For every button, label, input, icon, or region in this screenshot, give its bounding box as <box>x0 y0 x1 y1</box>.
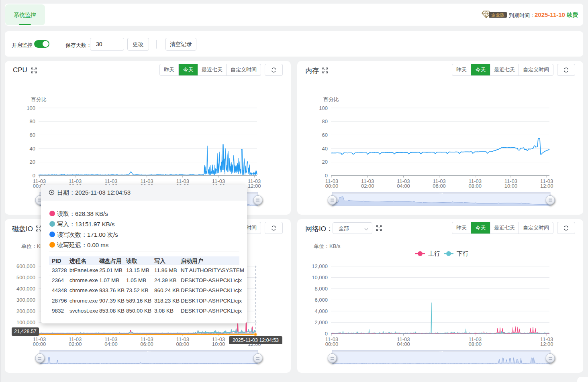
svg-text:00:00: 00:00 <box>33 341 46 347</box>
svg-text:20: 20 <box>30 159 35 165</box>
svg-text:4,000: 4,000 <box>314 308 328 314</box>
svg-text:单位：KB/s: 单位：KB/s <box>314 243 341 249</box>
svg-text:100: 100 <box>27 105 35 111</box>
svg-text:100: 100 <box>319 105 328 111</box>
svg-text:600,000: 600,000 <box>16 263 35 269</box>
svg-text:400,000: 400,000 <box>16 286 35 292</box>
svg-text:12:00: 12:00 <box>540 341 553 347</box>
svg-text:04:00: 04:00 <box>104 341 118 347</box>
svg-text:00:00: 00:00 <box>325 341 339 347</box>
svg-text:10:00: 10:00 <box>504 183 518 189</box>
svg-text:6,000: 6,000 <box>314 297 328 303</box>
svg-text:8,000: 8,000 <box>314 286 328 292</box>
svg-text:12:00: 12:00 <box>248 183 261 189</box>
svg-text:10,000: 10,000 <box>312 274 328 280</box>
svg-text:100,000: 100,000 <box>16 319 35 325</box>
svg-text:百分比: 百分比 <box>31 96 47 102</box>
svg-text:06:00: 06:00 <box>433 183 446 189</box>
svg-text:08:00: 08:00 <box>176 341 190 347</box>
svg-text:02:00: 02:00 <box>361 183 374 189</box>
svg-text:20: 20 <box>322 159 328 165</box>
svg-text:上行: 上行 <box>428 250 440 257</box>
svg-text:40: 40 <box>30 146 35 152</box>
svg-text:12:00: 12:00 <box>540 183 553 189</box>
svg-text:08:00: 08:00 <box>469 183 482 189</box>
svg-text:500,000: 500,000 <box>16 274 35 280</box>
svg-text:80: 80 <box>30 118 35 124</box>
svg-text:04:00: 04:00 <box>397 183 410 189</box>
svg-text:60: 60 <box>30 132 35 138</box>
svg-text:12,000: 12,000 <box>312 263 328 269</box>
svg-text:00:00: 00:00 <box>325 183 339 189</box>
svg-text:04:00: 04:00 <box>397 341 410 347</box>
svg-text:2,000: 2,000 <box>314 319 328 325</box>
svg-text:下行: 下行 <box>457 250 469 257</box>
svg-text:02:00: 02:00 <box>69 341 82 347</box>
svg-text:300,000: 300,000 <box>16 297 35 303</box>
svg-text:40: 40 <box>322 146 328 152</box>
svg-text:10:00: 10:00 <box>212 341 225 347</box>
svg-text:百分比: 百分比 <box>323 96 339 102</box>
svg-text:06:00: 06:00 <box>140 341 153 347</box>
svg-text:80: 80 <box>322 118 328 124</box>
svg-text:08:00: 08:00 <box>469 341 482 347</box>
svg-text:200,000: 200,000 <box>16 308 35 314</box>
svg-text:60: 60 <box>322 132 328 138</box>
